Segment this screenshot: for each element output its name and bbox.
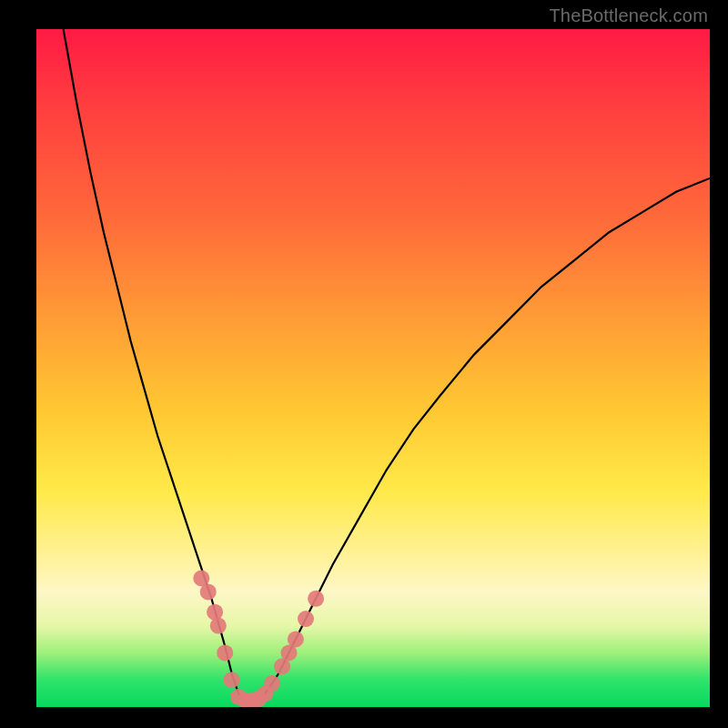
marker-dot — [200, 583, 217, 600]
marker-dot — [308, 591, 324, 607]
curve-layer — [36, 29, 710, 707]
marker-dot — [264, 675, 280, 692]
chart-frame: TheBottleneck.com — [0, 0, 728, 728]
plot-area — [36, 29, 710, 707]
marker-dot — [298, 611, 314, 627]
marker-dot — [217, 644, 233, 661]
watermark-text: TheBottleneck.com — [549, 5, 708, 26]
bottleneck-curve — [64, 29, 710, 701]
marker-dot — [224, 672, 240, 688]
marker-group — [193, 571, 324, 708]
marker-dot — [210, 618, 227, 634]
marker-dot — [288, 632, 304, 648]
